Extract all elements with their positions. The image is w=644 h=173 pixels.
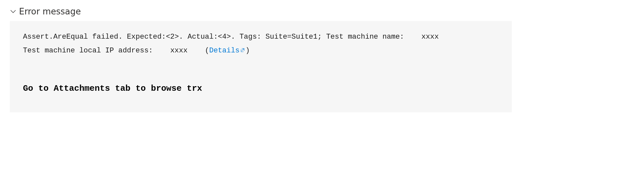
error-line-1: Assert.AreEqual failed. Expected:<2>. Ac… xyxy=(23,30,499,44)
error-line-2-text: Test machine local IP address: xyxy=(23,47,153,55)
spacer xyxy=(23,58,499,81)
error-line-2: Test machine local IP address: xxxx (Det… xyxy=(23,44,499,58)
attachments-instruction: Go to Attachments tab to browse trx xyxy=(23,81,499,97)
open-paren: ( xyxy=(205,47,209,55)
error-line-1-redacted: xxxx xyxy=(422,33,439,41)
error-message-header[interactable]: Error message xyxy=(10,7,634,16)
section-title: Error message xyxy=(19,7,81,16)
details-link[interactable]: Details xyxy=(209,47,245,55)
error-message-body: Assert.AreEqual failed. Expected:<2>. Ac… xyxy=(10,21,512,112)
close-paren: ) xyxy=(245,47,250,55)
details-link-label: Details xyxy=(209,47,239,55)
error-line-1-text: Assert.AreEqual failed. Expected:<2>. Ac… xyxy=(23,33,404,41)
error-line-2-redacted: xxxx xyxy=(170,47,188,55)
external-link-icon xyxy=(240,48,245,53)
chevron-down-icon xyxy=(10,8,16,15)
